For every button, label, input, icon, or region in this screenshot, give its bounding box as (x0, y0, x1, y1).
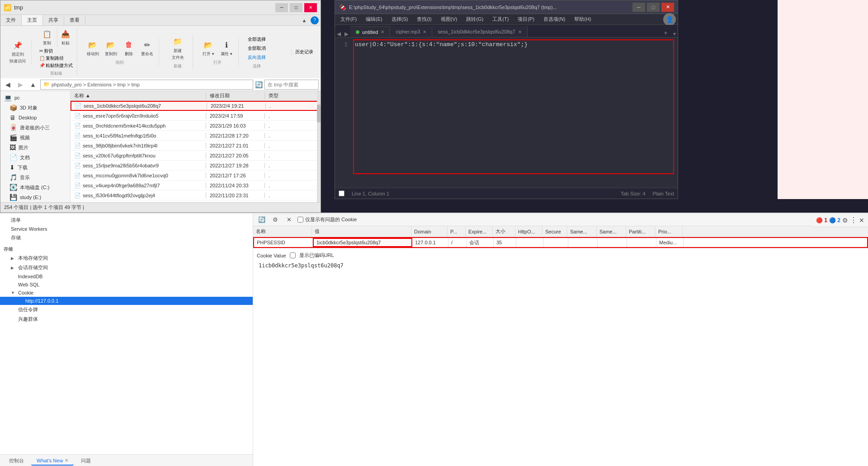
devtools-info-button[interactable]: 🔵 2 (829, 217, 840, 223)
table-row[interactable]: 📄sess_esre7opn5r6rajv0zn9nduiio5 2023/2/… (71, 111, 321, 121)
table-row[interactable]: 📄sess_v4iuep4n0frge9a688a27mfjl7 2022/11… (71, 181, 321, 190)
tree-item-manifest[interactable]: 清单 (0, 215, 253, 225)
tree-item-session-storage[interactable]: ▶ 会话存储空间 (0, 263, 253, 272)
filter-icon-button[interactable]: ⚙ (270, 215, 280, 225)
sidebar-item-pictures[interactable]: 🖼 图片 (0, 143, 70, 152)
rename-button[interactable]: ✏ 重命名 (139, 38, 155, 58)
sidebar-item-downloads[interactable]: ⬇ 下载 (0, 162, 70, 172)
col-header-samesite2[interactable]: Same... (597, 226, 626, 237)
col-header-size[interactable]: 大小 (493, 226, 515, 237)
menu-find[interactable]: 查找(I) (413, 15, 435, 24)
help-button[interactable]: ? (311, 16, 319, 24)
pin-quick-access-button[interactable]: 📌 固定到 快速访问 (8, 39, 28, 65)
clear-filter-button[interactable]: ✕ (284, 215, 294, 225)
devtools-record-button[interactable]: 🔴 1 (816, 217, 827, 223)
select-all-button[interactable]: 全部选择 (246, 35, 268, 43)
tab-view[interactable]: 查看 (64, 15, 85, 25)
col-header-expires[interactable]: Expire... (466, 226, 493, 237)
move-to-button[interactable]: 📂 移动到 (85, 38, 101, 58)
editor-minimize-button[interactable]: ─ (632, 3, 645, 12)
editor-content-area[interactable]: 1 user|O:4:"User":1:{s:4:"name";s:10:"ch… (335, 38, 678, 188)
menu-view[interactable]: 视图(V) (437, 15, 461, 24)
scrollbar-thumb[interactable] (317, 105, 321, 123)
col-header-http[interactable]: HttpO... (515, 226, 542, 237)
history-button[interactable]: 历史记录 (295, 49, 313, 55)
col-header-name[interactable]: 名称 (253, 226, 312, 237)
editor-maximize-button[interactable]: □ (647, 3, 660, 12)
table-row[interactable]: 📄sess_v20tc67u6grpftmfptilt7knou 2022/12… (71, 151, 321, 161)
devtools-tab-whats-new[interactable]: What's New ✕ (31, 456, 74, 466)
editor-close-button[interactable]: ✕ (661, 3, 674, 12)
tree-item-cookie-url[interactable]: http://127.0.0.1 (0, 297, 253, 305)
tab-close-button[interactable]: ✕ (381, 29, 384, 34)
devtools-tab-issues[interactable]: 问题 (75, 456, 96, 466)
tab-file[interactable]: 文件 (0, 15, 22, 25)
menu-prefs[interactable]: 首选项(N) (540, 15, 569, 24)
tab-add-button[interactable]: + (660, 29, 671, 37)
editor-tab-cipher[interactable]: cipher.mp3 ✕ (390, 26, 432, 37)
sidebar-item-video[interactable]: 🎬 视频 (0, 133, 70, 143)
paste-button[interactable]: 📥 粘贴 (57, 28, 73, 47)
col-header-domain[interactable]: Domain (411, 226, 448, 237)
tree-item-interest-groups[interactable]: 兴趣群体 (0, 314, 253, 324)
sidebar-item-desktop[interactable]: 🖥 Desktop (0, 113, 70, 123)
column-name-header[interactable]: 名称 ▲ (71, 92, 206, 99)
col-header-path[interactable]: P... (448, 226, 466, 237)
forward-button[interactable]: ▶ (15, 79, 26, 90)
cut-button[interactable]: ✂ 剪切 (39, 48, 73, 54)
table-row[interactable]: 📄sess_5qni16csach2ian99fqra9s676 2022/11… (71, 200, 321, 202)
col-header-priority[interactable]: Prio... (656, 226, 683, 237)
delete-button[interactable]: 🗑 删除 (121, 38, 137, 58)
table-row[interactable]: 📄sess_98jb08jbim6vkek7nh1t9irp4l 2022/12… (71, 141, 321, 151)
refresh-cookies-button[interactable]: 🔄 (257, 215, 267, 225)
vertical-scrollbar[interactable] (317, 91, 321, 202)
search-input[interactable] (264, 80, 319, 90)
tab-close-button[interactable]: ✕ (423, 29, 426, 34)
maximize-button[interactable]: □ (290, 3, 302, 12)
table-row[interactable]: 📄sess_0nchldcnemi5mke414kcdu5pph 2023/1/… (71, 121, 321, 131)
devtools-settings-button[interactable]: ⚙ (842, 217, 848, 224)
column-type-header[interactable]: 类型 (265, 92, 301, 99)
paste-shortcut-button[interactable]: 📌 粘贴快捷方式 (39, 62, 73, 69)
table-row[interactable]: 📄sess_l530r644tflogd92ovgljp2ej4 2022/11… (71, 190, 321, 200)
copy-path-button[interactable]: 📋 复制路径 (39, 55, 73, 62)
tab-share[interactable]: 共享 (43, 15, 64, 25)
open-button[interactable]: 📂 打开 ▾ (200, 38, 217, 58)
tree-item-storage-top[interactable]: 存储 (0, 233, 253, 243)
sidebar-item-music[interactable]: 🎵 音乐 (0, 172, 70, 182)
menu-help[interactable]: 帮助(H) (571, 15, 594, 24)
column-date-header[interactable]: 修改日期 (206, 92, 265, 99)
cookie-row-phpsessid[interactable]: PHPSESSID 1icb0dkkcr5e3pslqst6u208q7 127… (253, 237, 868, 248)
sidebar-item-mahjong[interactable]: 🀄 唐老板的小三 (0, 123, 70, 133)
show-encoded-checkbox[interactable] (290, 252, 296, 258)
tree-item-web-sql[interactable]: Web SQL (0, 281, 253, 289)
invert-select-button[interactable]: 反向选择 (246, 53, 268, 62)
tree-item-indexeddb[interactable]: IndexedDB (0, 272, 253, 281)
devtools-tab-console[interactable]: 控制台 (4, 456, 29, 466)
editor-tab-sess[interactable]: sess_1icb0dkkcr5e3pslqst6u208q7 ✕ (432, 26, 527, 37)
select-none-button[interactable]: 全部取消 (246, 44, 268, 52)
devtools-close-button[interactable]: ✕ (859, 217, 864, 224)
menu-project[interactable]: 项目(P) (514, 15, 538, 24)
menu-tools[interactable]: 工具(T) (489, 15, 512, 24)
minimize-button[interactable]: ─ (275, 3, 288, 12)
tab-dropdown-button[interactable]: ▾ (671, 31, 678, 37)
up-button[interactable]: ▲ (28, 79, 38, 90)
collapse-ribbon-button[interactable]: ▲ (298, 16, 311, 25)
tab-next-button[interactable]: ▶ (343, 31, 350, 37)
properties-button[interactable]: ℹ 属性 ▾ (218, 38, 235, 58)
tree-item-service-workers[interactable]: Service Workers (0, 225, 253, 233)
sidebar-item-documents[interactable]: 📄 文档 (0, 152, 70, 162)
col-header-secure[interactable]: Secure (542, 226, 567, 237)
tab-home[interactable]: 主页 (22, 15, 43, 25)
menu-edit[interactable]: 编辑(E) (362, 15, 386, 24)
tree-item-trust-tokens[interactable]: 信任令牌 (0, 305, 253, 314)
col-header-samesite1[interactable]: Same... (567, 226, 597, 237)
file-row-selected[interactable]: 📄 sess_1icb0dkkcr5e3pslqst6u208q7 2023/2… (71, 101, 321, 111)
tab-close-icon[interactable]: ✕ (65, 458, 68, 463)
col-header-partition[interactable]: Partiti... (626, 226, 656, 237)
menu-select[interactable]: 选择(S) (388, 15, 412, 24)
user-avatar[interactable]: 👤 (663, 13, 676, 26)
close-button[interactable]: ✕ (304, 3, 317, 12)
sidebar-item-local-disk[interactable]: 💽 本地磁盘 (C:) (0, 182, 70, 192)
